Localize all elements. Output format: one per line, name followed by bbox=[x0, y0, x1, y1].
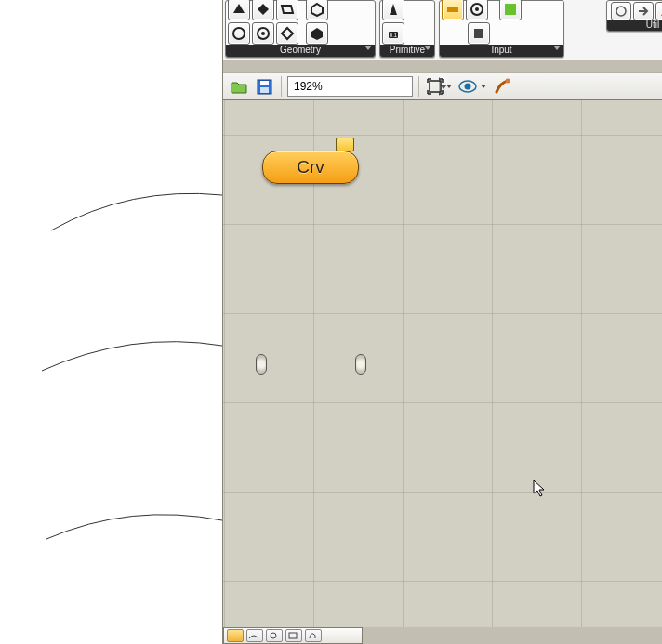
chevron-down-icon bbox=[553, 46, 561, 50]
svg-text:0.1: 0.1 bbox=[390, 33, 398, 38]
ribbon-group-input: Input bbox=[439, 0, 564, 58]
svg-rect-21 bbox=[289, 633, 297, 638]
svg-marker-4 bbox=[311, 28, 323, 40]
input-icon[interactable] bbox=[442, 0, 464, 20]
svg-rect-14 bbox=[260, 81, 269, 85]
ribbon-group-label-geometry[interactable]: Geometry bbox=[226, 45, 375, 57]
ribbon-group-util: Util bbox=[606, 0, 662, 32]
preview-toggle-button[interactable] bbox=[458, 76, 486, 97]
bottom-tool-icon[interactable] bbox=[246, 629, 263, 642]
geometry-icon[interactable] bbox=[252, 22, 274, 45]
svg-rect-16 bbox=[430, 81, 441, 92]
ribbon: Geometry 0.1 Primitive bbox=[223, 0, 662, 60]
svg-point-19 bbox=[506, 79, 510, 84]
sketch-tool-button[interactable] bbox=[492, 76, 512, 97]
geometry-icon[interactable] bbox=[228, 22, 250, 45]
save-file-button[interactable] bbox=[255, 76, 275, 97]
svg-marker-0 bbox=[311, 4, 323, 16]
svg-point-12 bbox=[616, 7, 626, 16]
grasshopper-window: Geometry 0.1 Primitive bbox=[222, 0, 662, 644]
bottom-tool-icon[interactable] bbox=[227, 629, 244, 642]
chevron-down-icon bbox=[481, 85, 486, 88]
svg-rect-7 bbox=[447, 7, 458, 12]
geometry-icon[interactable] bbox=[252, 0, 274, 20]
geometry-icon[interactable] bbox=[306, 22, 328, 45]
util-flask-icon[interactable] bbox=[655, 2, 662, 20]
input-icon[interactable] bbox=[468, 22, 490, 45]
open-file-button[interactable] bbox=[229, 76, 249, 97]
bottom-tool-icon[interactable] bbox=[266, 629, 283, 642]
svg-point-20 bbox=[271, 633, 276, 638]
canvas-bottom-toolbar bbox=[223, 627, 363, 644]
ribbon-group-geometry: Geometry bbox=[225, 0, 376, 58]
geometry-icon[interactable] bbox=[228, 0, 250, 20]
ribbon-group-label: Geometry bbox=[280, 45, 321, 55]
geometry-icon[interactable] bbox=[276, 0, 298, 20]
ribbon-group-label: Primitive bbox=[390, 45, 425, 55]
rhino-viewport[interactable] bbox=[0, 0, 222, 644]
zoom-input[interactable] bbox=[288, 77, 439, 96]
zoom-combobox[interactable] bbox=[287, 76, 413, 97]
ribbon-group-label-input[interactable]: Input bbox=[440, 45, 563, 57]
zoom-fit-button[interactable] bbox=[425, 76, 453, 97]
geometry-icon[interactable] bbox=[306, 0, 328, 20]
canvas-toolbar bbox=[223, 72, 662, 100]
primitive-icon[interactable]: 0.1 bbox=[382, 22, 404, 45]
ribbon-group-label: Input bbox=[491, 45, 511, 55]
svg-rect-10 bbox=[505, 4, 516, 15]
geometry-icon[interactable] bbox=[276, 22, 298, 45]
input-icon[interactable] bbox=[499, 0, 522, 20]
node-input-grip[interactable] bbox=[256, 354, 267, 375]
toolbar-separator bbox=[281, 76, 282, 97]
input-icon[interactable] bbox=[466, 0, 488, 20]
curve-param-node[interactable]: Crv bbox=[262, 151, 359, 184]
svg-rect-15 bbox=[260, 87, 269, 93]
chevron-down-icon bbox=[364, 46, 372, 50]
node-warning-badge[interactable] bbox=[336, 138, 354, 151]
svg-point-9 bbox=[475, 7, 479, 11]
util-arrow-icon[interactable] bbox=[633, 2, 654, 20]
node-output-grip[interactable] bbox=[355, 354, 366, 375]
svg-rect-11 bbox=[474, 29, 483, 38]
ribbon-group-label-primitive[interactable]: Primitive bbox=[380, 45, 434, 57]
svg-point-3 bbox=[261, 32, 265, 35]
bottom-tool-icon[interactable] bbox=[305, 629, 322, 642]
svg-point-18 bbox=[465, 84, 471, 90]
node-label: Crv bbox=[297, 157, 324, 177]
ribbon-group-label-util[interactable]: Util bbox=[607, 20, 662, 31]
toolbar-separator bbox=[418, 76, 419, 97]
grasshopper-canvas[interactable]: Crv bbox=[223, 100, 662, 627]
bottom-tool-icon[interactable] bbox=[285, 629, 302, 642]
util-icon[interactable] bbox=[611, 2, 631, 20]
ribbon-group-label: Util bbox=[646, 20, 659, 30]
chevron-down-icon bbox=[446, 85, 452, 88]
chevron-down-icon bbox=[424, 46, 431, 50]
svg-point-1 bbox=[233, 28, 245, 39]
primitive-icon[interactable] bbox=[382, 0, 404, 20]
ribbon-group-primitive: 0.1 Primitive bbox=[379, 0, 435, 58]
